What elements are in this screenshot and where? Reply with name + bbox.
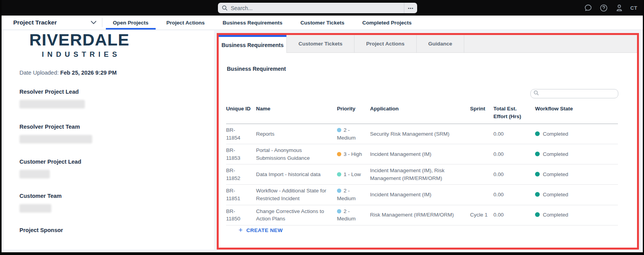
requirement-name: Reports — [256, 128, 337, 140]
status-dot — [535, 131, 540, 136]
search-icon — [222, 5, 228, 11]
table-row[interactable]: BR-11852 Data Import - historical data 1… — [226, 164, 618, 185]
nav-tabs: Open Projects Project Actions Business R… — [104, 16, 421, 30]
help-icon[interactable] — [599, 3, 608, 12]
workflow-state: Completed — [543, 131, 568, 137]
table-row[interactable]: BR-11853 Portal - Anonymous Submissions … — [226, 144, 618, 164]
workflow-state: Completed — [543, 192, 568, 197]
priority-label: 1 - Low — [344, 171, 361, 177]
field-resolver-project-team: Resolver Project Team — [19, 124, 92, 143]
total-est-effort: 0.00 — [493, 128, 535, 140]
application: Risk Management (IRM/ERM/ORM) — [370, 209, 470, 221]
app-switcher[interactable]: Project Tracker — [13, 19, 97, 26]
date-uploaded-label: Date Uploaded: — [19, 70, 60, 76]
unique-id: BR-11852 — [226, 167, 242, 182]
table-row[interactable]: BR-11851 Workflow - Additional State for… — [226, 185, 618, 205]
tab-guidance[interactable]: Guidance — [417, 35, 465, 53]
table-search-icon — [533, 90, 539, 97]
priority-dot — [337, 128, 341, 132]
field-resolver-project-lead: Resolver Project Lead — [19, 89, 85, 108]
field-label: Customer Team — [19, 193, 62, 199]
priority-label: 3 - High — [344, 151, 362, 157]
date-uploaded: Date Uploaded: Feb 25, 2026 9:29 PM — [19, 70, 117, 76]
total-est-effort: 0.00 — [493, 168, 535, 181]
total-est-effort: 0.00 — [493, 148, 535, 161]
application: Incident Management (IM), Risk Managemen… — [370, 164, 470, 184]
plus-icon: + — [239, 227, 243, 234]
field-label: Project Sponsor — [19, 227, 63, 233]
priority-dot — [337, 172, 341, 176]
requirement-name: Portal - Anonymous Submissions Guidance — [256, 144, 337, 164]
status-dot — [535, 192, 540, 197]
business-requirements-table: Unique ID Name Priority Application Spri… — [226, 102, 618, 225]
global-search-input[interactable] — [231, 5, 404, 11]
sprint: Cycle 1 — [470, 209, 493, 221]
col-total-est-effort: Total Est. Effort (Hrs) — [493, 105, 535, 120]
table-header-row: Unique ID Name Priority Application Spri… — [226, 102, 618, 124]
search-more-options-button[interactable]: ••• — [404, 3, 417, 13]
status-dot — [535, 152, 540, 156]
nav-tab-open-projects[interactable]: Open Projects — [104, 16, 158, 30]
sprint — [470, 192, 493, 197]
sprint — [470, 152, 493, 157]
redacted-value — [19, 135, 92, 143]
logo-line1: RIVERDALE — [28, 31, 131, 49]
status-dot — [535, 212, 540, 217]
detail-panel-tabs: Business Requirements Customer Tickets P… — [219, 35, 637, 53]
col-priority: Priority — [337, 105, 370, 113]
application: Security Risk Management (SRM) — [370, 128, 470, 140]
col-sprint: Sprint — [470, 105, 493, 113]
field-label: Resolver Project Team — [19, 124, 92, 130]
redacted-value — [19, 170, 50, 178]
more-options-icon: ••• — [408, 6, 414, 10]
nav-tab-project-actions[interactable]: Project Actions — [158, 16, 214, 30]
tab-strip-filler — [464, 35, 637, 53]
tab-business-requirements[interactable]: Business Requirements — [219, 35, 286, 53]
field-project-sponsor: Project Sponsor — [19, 227, 63, 233]
sprint — [470, 172, 493, 177]
priority-dot — [337, 189, 341, 193]
app-window: ••• CT — [0, 0, 644, 255]
tab-customer-tickets[interactable]: Customer Tickets — [286, 35, 354, 53]
col-application: Application — [370, 105, 470, 113]
unique-id: BR-11853 — [226, 147, 242, 162]
table-search[interactable] — [530, 89, 618, 98]
table-search-input[interactable] — [541, 91, 618, 97]
nav-tab-completed-projects[interactable]: Completed Projects — [353, 16, 421, 30]
create-new-button[interactable]: + CREATE NEW — [239, 227, 283, 234]
col-name: Name — [256, 105, 337, 113]
nav-divider — [102, 18, 102, 27]
requirement-name: Workflow - Additional State for Restrict… — [256, 185, 337, 204]
priority-dot — [337, 152, 341, 156]
chat-icon[interactable] — [584, 3, 593, 12]
priority-dot — [337, 209, 341, 213]
unique-id: BR-11850 — [226, 208, 242, 223]
nav-tab-customer-tickets[interactable]: Customer Tickets — [291, 16, 353, 30]
topbar: ••• CT — [2, 0, 643, 16]
total-est-effort: 0.00 — [493, 209, 535, 221]
nav-tab-business-requirements[interactable]: Business Requirements — [214, 16, 291, 30]
user-initials[interactable]: CT — [630, 5, 637, 11]
col-workflow-state: Workflow State — [535, 105, 618, 113]
field-customer-project-lead: Customer Project Lead — [19, 159, 81, 178]
workflow-state: Completed — [543, 212, 568, 218]
table-row[interactable]: BR-11850 Change Corrective Actions to Ac… — [226, 205, 618, 225]
redacted-value — [19, 204, 51, 213]
application: Incident Management (IM) — [370, 189, 470, 201]
topbar-actions: CT — [584, 0, 637, 16]
application: Incident Management (IM) — [370, 148, 470, 161]
tab-project-actions[interactable]: Project Actions — [354, 35, 417, 53]
field-label: Resolver Project Lead — [19, 89, 85, 95]
total-est-effort: 0.00 — [493, 189, 535, 201]
app-title: Project Tracker — [13, 19, 57, 26]
user-icon[interactable] — [615, 3, 624, 12]
riverdale-industries-logo: RIVERDALE INDUSTRIES — [28, 31, 131, 59]
global-search[interactable]: ••• — [218, 3, 417, 13]
logo-line2: INDUSTRIES — [28, 50, 131, 59]
detail-panel-highlighted: Business Requirements Customer Tickets P… — [217, 33, 639, 250]
table-row[interactable]: BR-11854 Reports 2 - Medium Security Ris… — [226, 124, 618, 144]
section-title: Business Requirement — [227, 66, 286, 72]
requirement-name: Data Import - historical data — [256, 168, 337, 181]
field-label: Customer Project Lead — [19, 159, 81, 165]
status-dot — [535, 172, 540, 176]
